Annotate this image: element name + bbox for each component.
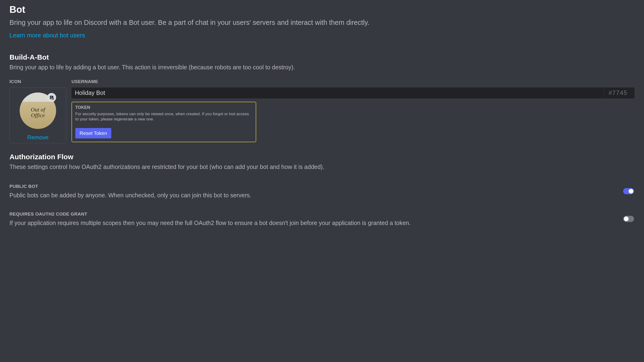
username-discriminator: #7745 bbox=[604, 87, 634, 98]
build-description: Bring your app to life by adding a bot u… bbox=[10, 63, 634, 71]
toggle-knob bbox=[628, 189, 633, 194]
code-grant-label: REQUIRES OAUTH2 CODE GRANT bbox=[10, 212, 623, 217]
code-grant-description: If your application requires multiple sc… bbox=[10, 220, 623, 226]
reset-token-button[interactable]: Reset Token bbox=[75, 128, 111, 138]
page-title: Bot bbox=[10, 0, 634, 18]
authorization-flow-section: Authorization Flow These settings contro… bbox=[10, 153, 634, 226]
token-label: TOKEN bbox=[75, 105, 252, 110]
remove-icon-link[interactable]: Remove bbox=[27, 134, 48, 141]
upload-image-icon[interactable] bbox=[47, 93, 56, 102]
learn-more-link[interactable]: Learn more about bot users bbox=[10, 32, 85, 39]
code-grant-toggle[interactable] bbox=[623, 216, 634, 222]
username-row: #7745 bbox=[72, 87, 634, 98]
auth-description: These settings control how OAuth2 author… bbox=[10, 163, 634, 171]
public-bot-row: PUBLIC BOT Public bots can be added by a… bbox=[10, 184, 634, 199]
public-bot-label: PUBLIC BOT bbox=[10, 184, 623, 189]
username-column: USERNAME #7745 TOKEN For security purpos… bbox=[72, 79, 634, 143]
avatar-text: Out of Office bbox=[29, 107, 47, 118]
auth-title: Authorization Flow bbox=[10, 153, 634, 163]
build-title: Build-A-Bot bbox=[10, 53, 634, 63]
username-input[interactable] bbox=[72, 87, 604, 98]
build-a-bot-section: Build-A-Bot Bring your app to life by ad… bbox=[10, 53, 634, 143]
toggle-knob bbox=[624, 217, 628, 221]
token-description: For security purposes, tokens can only b… bbox=[75, 111, 252, 122]
public-bot-description: Public bots can be added by anyone. When… bbox=[10, 192, 623, 199]
username-label: USERNAME bbox=[72, 79, 634, 84]
token-box: TOKEN For security purposes, tokens can … bbox=[72, 102, 256, 142]
icon-upload-box[interactable]: Out of Office Remove bbox=[10, 87, 66, 143]
icon-label: ICON bbox=[10, 79, 66, 84]
icon-column: ICON Out of Office Remove bbox=[10, 79, 66, 143]
page-description: Bring your app to life on Discord with a… bbox=[10, 18, 634, 32]
public-bot-toggle[interactable] bbox=[623, 188, 634, 194]
code-grant-row: REQUIRES OAUTH2 CODE GRANT If your appli… bbox=[10, 212, 634, 226]
